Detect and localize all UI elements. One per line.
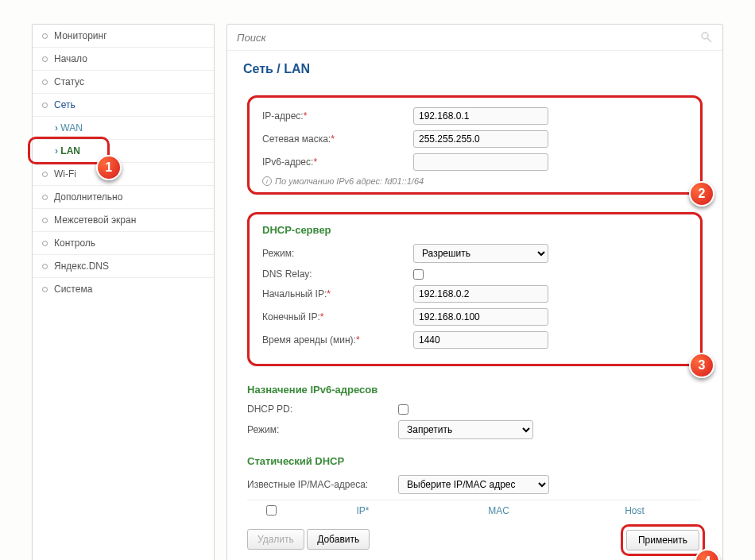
sidebar-item-lan[interactable]: LAN: [33, 140, 214, 163]
svg-line-1: [707, 38, 711, 42]
sidebar-item-система[interactable]: Система: [33, 278, 214, 300]
start-ip-label: Начальный IP:*: [262, 288, 413, 299]
search-icon[interactable]: [700, 31, 713, 44]
static-dhcp-title: Статический DHCP: [247, 455, 703, 467]
ipv6-hint: i По умолчанию IPv6 адрес: fd01::1/64: [262, 176, 687, 186]
sidebar-item-яндекс-dns[interactable]: Яндекс.DNS: [33, 255, 214, 278]
dhcp-mode-label: Режим:: [262, 248, 413, 259]
ipv6-mode-label: Режим:: [247, 424, 398, 435]
step-marker-1: 1: [96, 155, 122, 180]
breadcrumb: Сеть / LAN: [227, 51, 722, 87]
sidebar-item-мониторинг[interactable]: Мониторинг: [33, 25, 214, 48]
mask-label: Сетевая маска:*: [262, 133, 413, 145]
search-bar: [227, 25, 722, 51]
sidebar-item-статус[interactable]: Статус: [33, 71, 214, 94]
end-ip-label: Конечный IP:*: [262, 311, 413, 322]
dhcp-title: DHCP-сервер: [262, 224, 687, 236]
col-host: Host: [567, 505, 703, 518]
ipv6-mode-select[interactable]: Запретить: [398, 420, 533, 439]
sidebar-item-сеть[interactable]: Сеть: [33, 94, 214, 117]
dhcp-server-section: DHCP-сервер Режим: Разрешить DNS Relay: …: [247, 212, 703, 366]
svg-point-0: [702, 33, 708, 39]
static-table-header: IP* MAC Host: [247, 500, 703, 523]
apply-button[interactable]: Применить: [626, 530, 699, 550]
ipv6-input[interactable]: [413, 153, 548, 171]
dhcp-pd-checkbox[interactable]: [398, 404, 408, 415]
lan-address-section: IP-адрес:* Сетевая маска:* IPv6-адрес:* …: [247, 95, 703, 195]
ipv6-assign-section: Назначение IPv6-адресов DHCP PD: Режим: …: [247, 384, 703, 439]
dns-relay-checkbox[interactable]: [413, 269, 424, 280]
dhcp-mode-select[interactable]: Разрешить: [413, 244, 548, 263]
dhcp-pd-label: DHCP PD:: [247, 404, 398, 415]
lease-label: Время аренды (мин):*: [262, 334, 413, 346]
apply-box: Применить 4: [621, 524, 705, 556]
search-input[interactable]: [237, 32, 700, 44]
col-ip: IP*: [295, 505, 431, 518]
known-addr-select[interactable]: Выберите IP/MAC адрес: [398, 475, 549, 494]
sidebar-item-wi-fi[interactable]: Wi-Fi: [33, 163, 214, 186]
known-addr-label: Известные IP/MAC-адреса:: [247, 479, 398, 490]
add-button[interactable]: Добавить: [307, 529, 370, 550]
main-panel: Сеть / LAN IP-адрес:* Сетевая маска:* IP…: [226, 24, 723, 560]
end-ip-input[interactable]: [413, 308, 548, 326]
sidebar-item-wan[interactable]: WAN: [33, 117, 214, 140]
ipv6-assign-title: Назначение IPv6-адресов: [247, 384, 703, 396]
sidebar-item-контроль[interactable]: Контроль: [33, 232, 214, 255]
netmask-input[interactable]: [413, 130, 548, 148]
ip-address-input[interactable]: [413, 107, 548, 125]
lease-input[interactable]: [413, 331, 548, 349]
ipv6-label: IPv6-адрес:*: [262, 156, 413, 168]
select-all-checkbox[interactable]: [266, 505, 277, 516]
sidebar: МониторингНачалоСтатусСетьWANLANWi-FiДоп…: [32, 24, 215, 560]
start-ip-input[interactable]: [413, 285, 548, 303]
sidebar-item-дополнительно[interactable]: Дополнительно: [33, 186, 214, 209]
step-marker-2: 2: [689, 181, 714, 207]
sidebar-item-межсетевой-экран[interactable]: Межсетевой экран: [33, 209, 214, 232]
step-marker-3: 3: [689, 353, 714, 378]
dns-relay-label: DNS Relay:: [262, 268, 413, 280]
sidebar-item-начало[interactable]: Начало: [33, 48, 214, 71]
info-icon: i: [262, 176, 272, 186]
col-mac: MAC: [431, 505, 567, 518]
ip-label: IP-адрес:*: [262, 110, 413, 122]
delete-button[interactable]: Удалить: [247, 529, 304, 550]
